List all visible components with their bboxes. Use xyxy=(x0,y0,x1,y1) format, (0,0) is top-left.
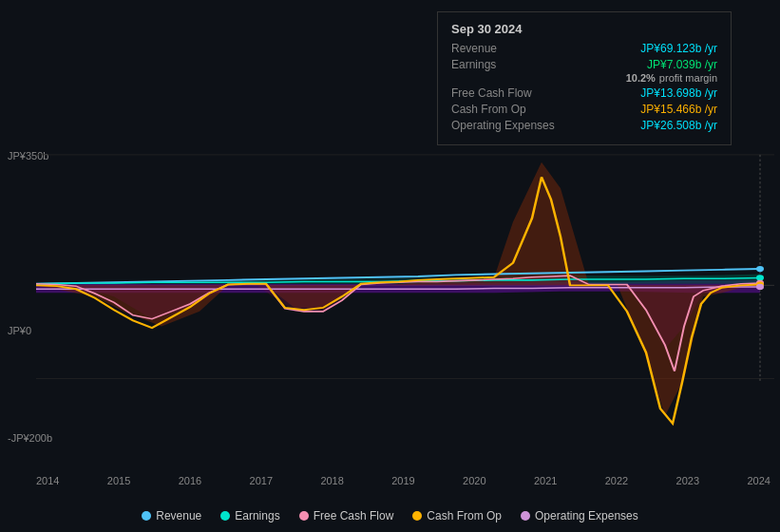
chart-svg xyxy=(0,147,780,461)
x-label-2023: 2023 xyxy=(676,475,699,486)
tooltip-label-revenue: Revenue xyxy=(451,42,565,55)
tooltip-row-earnings: Earnings JP¥7.039b /yr xyxy=(451,58,717,71)
tooltip-date: Sep 30 2024 xyxy=(451,22,717,36)
legend-dot-opex xyxy=(521,511,530,521)
legend-opex[interactable]: Operating Expenses xyxy=(521,509,638,522)
tooltip-value-revenue: JP¥69.123b /yr xyxy=(640,42,717,55)
legend-label-cashfromop: Cash From Op xyxy=(427,509,502,522)
tooltip-row-opex: Operating Expenses JP¥26.508b /yr xyxy=(451,119,717,132)
x-axis: 2014 2015 2016 2017 2018 2019 2020 2021 … xyxy=(36,475,770,486)
legend-revenue[interactable]: Revenue xyxy=(142,509,201,522)
legend-label-fcf: Free Cash Flow xyxy=(314,509,394,522)
revenue-dot xyxy=(756,266,764,272)
tooltip-row-fcf: Free Cash Flow JP¥13.698b /yr xyxy=(451,86,717,100)
x-label-2017: 2017 xyxy=(250,475,273,486)
legend-label-opex: Operating Expenses xyxy=(535,509,638,522)
tooltip-row-cashfromop: Cash From Op JP¥15.466b /yr xyxy=(451,103,717,116)
tooltip-row-revenue: Revenue JP¥69.123b /yr xyxy=(451,42,717,55)
legend-earnings[interactable]: Earnings xyxy=(220,509,279,522)
x-label-2018: 2018 xyxy=(320,475,343,486)
tooltip-label-earnings: Earnings xyxy=(451,58,565,71)
legend-dot-earnings xyxy=(220,511,230,521)
legend-fcf[interactable]: Free Cash Flow xyxy=(299,509,394,522)
x-label-2021: 2021 xyxy=(534,475,557,486)
legend-dot-cashfromop xyxy=(412,511,422,521)
tooltip-label-fcf: Free Cash Flow xyxy=(451,86,565,100)
profit-margin-label: profit margin xyxy=(659,72,717,84)
earnings-dot xyxy=(756,275,764,280)
x-label-2014: 2014 xyxy=(36,475,59,486)
tooltip-value-fcf: JP¥13.698b /yr xyxy=(640,86,717,100)
x-label-2022: 2022 xyxy=(605,475,628,486)
tooltip-box: Sep 30 2024 Revenue JP¥69.123b /yr Earni… xyxy=(437,11,732,145)
tooltip-value-cashfromop: JP¥15.466b /yr xyxy=(640,103,717,116)
x-label-2020: 2020 xyxy=(463,475,485,486)
chart-legend: Revenue Earnings Free Cash Flow Cash Fro… xyxy=(0,509,780,522)
opex-dot xyxy=(756,284,764,290)
legend-label-earnings: Earnings xyxy=(235,509,279,522)
profit-margin-row: 10.2% profit margin xyxy=(451,72,717,84)
x-label-2015: 2015 xyxy=(107,475,130,486)
tooltip-value-opex: JP¥26.508b /yr xyxy=(640,119,717,132)
legend-dot-fcf xyxy=(299,511,309,521)
x-label-2019: 2019 xyxy=(391,475,414,486)
legend-dot-revenue xyxy=(142,511,151,521)
profit-margin-value: 10.2% xyxy=(626,72,656,84)
tooltip-value-earnings: JP¥7.039b /yr xyxy=(647,58,717,71)
chart-container: Sep 30 2024 Revenue JP¥69.123b /yr Earni… xyxy=(0,0,780,532)
x-label-2024: 2024 xyxy=(747,475,770,486)
x-label-2016: 2016 xyxy=(179,475,201,486)
tooltip-label-cashfromop: Cash From Op xyxy=(451,103,565,116)
legend-cashfromop[interactable]: Cash From Op xyxy=(412,509,502,522)
legend-label-revenue: Revenue xyxy=(156,509,201,522)
tooltip-label-opex: Operating Expenses xyxy=(451,119,565,132)
